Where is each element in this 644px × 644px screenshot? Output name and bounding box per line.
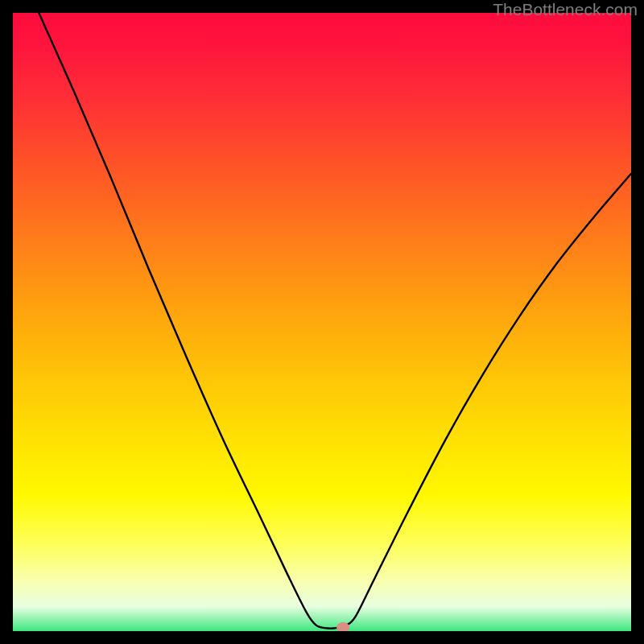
chart-plot-area: [13, 13, 631, 631]
attribution-label: TheBottleneck.com: [493, 0, 638, 19]
chart-gradient-background: [13, 13, 631, 631]
